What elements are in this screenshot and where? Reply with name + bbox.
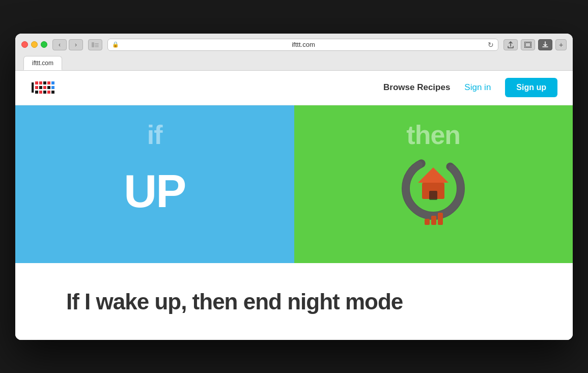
website-content: I <box>15 71 573 340</box>
browser-tabs: ifttt.com <box>21 56 567 70</box>
logo-sq-r13 <box>43 91 46 94</box>
svg-rect-14 <box>438 213 443 225</box>
browse-recipes-link[interactable]: Browse Recipes <box>383 82 450 93</box>
svg-rect-0 <box>92 42 94 47</box>
logo-bar-row2 <box>35 86 54 89</box>
description-section: If I wake up, then end night mode <box>15 263 573 340</box>
nav-buttons: ‹ › <box>52 39 83 50</box>
logo-sq-r2 <box>39 81 42 84</box>
description-text: If I wake up, then end night mode <box>66 288 522 315</box>
logo-bars <box>35 81 54 94</box>
close-button[interactable] <box>21 41 28 48</box>
browser-top-bar: ‹ › 🔒 ifttt.com ↻ <box>21 39 567 51</box>
share-button[interactable] <box>503 39 518 50</box>
reload-button[interactable]: ↻ <box>488 41 494 49</box>
logo-sq-r12 <box>39 91 42 94</box>
logo-sq-r1 <box>35 81 38 84</box>
svg-rect-2 <box>95 45 99 46</box>
service-icon <box>395 154 471 230</box>
logo-sq-r7 <box>39 86 42 89</box>
logo-sq-r9 <box>47 86 50 89</box>
up-text: UP <box>124 165 185 218</box>
sidebar-button[interactable] <box>88 39 102 50</box>
logo-sq-r8 <box>43 86 46 89</box>
ifttt-logo[interactable]: I <box>31 80 55 95</box>
sign-up-button[interactable]: Sign up <box>505 78 557 97</box>
lock-icon: 🔒 <box>112 41 119 48</box>
sign-in-link[interactable]: Sign in <box>464 82 491 93</box>
logo-bar-row1 <box>35 81 54 84</box>
site-nav: Browse Recipes Sign in Sign up <box>383 78 557 97</box>
add-tab-overlay-button[interactable] <box>521 39 535 50</box>
logo-sq-r6 <box>35 86 38 89</box>
new-tab-button[interactable]: + <box>555 39 567 50</box>
svg-rect-13 <box>431 216 436 225</box>
logo-sq-r5 <box>51 81 54 84</box>
logo-sq-r4 <box>47 81 50 84</box>
logo-letter-i: I <box>31 80 34 95</box>
hero-left: if UP <box>15 105 294 263</box>
hero-section: if UP then <box>15 105 573 263</box>
site-header: I <box>15 71 573 105</box>
svg-rect-12 <box>425 219 430 225</box>
forward-button[interactable]: › <box>69 39 83 50</box>
address-bar[interactable]: 🔒 ifttt.com ↻ <box>107 39 498 51</box>
url-text: ifttt.com <box>122 41 485 48</box>
minimize-button[interactable] <box>31 41 38 48</box>
svg-rect-10 <box>429 191 437 200</box>
logo-sq-r14 <box>47 91 50 94</box>
back-button[interactable]: ‹ <box>52 39 67 50</box>
svg-rect-3 <box>95 46 99 47</box>
traffic-lights <box>21 41 47 48</box>
home-ring-icon <box>395 154 471 230</box>
browser-window: ‹ › 🔒 ifttt.com ↻ <box>15 34 573 340</box>
logo-sq-r11 <box>35 91 38 94</box>
browser-actions: + <box>503 39 567 50</box>
hero-right: then <box>294 105 573 263</box>
svg-rect-5 <box>525 43 530 47</box>
svg-rect-1 <box>95 43 99 44</box>
logo-sq-r3 <box>43 81 46 84</box>
logo-sq-r15 <box>51 91 54 94</box>
then-label: then <box>406 120 460 150</box>
logo-bar-row3 <box>35 91 54 94</box>
download-button[interactable] <box>538 39 552 50</box>
browser-chrome: ‹ › 🔒 ifttt.com ↻ <box>15 34 573 71</box>
logo-sq-r10 <box>51 86 54 89</box>
if-label: if <box>147 120 162 150</box>
fullscreen-button[interactable] <box>41 41 47 48</box>
active-tab[interactable]: ifttt.com <box>23 56 62 70</box>
